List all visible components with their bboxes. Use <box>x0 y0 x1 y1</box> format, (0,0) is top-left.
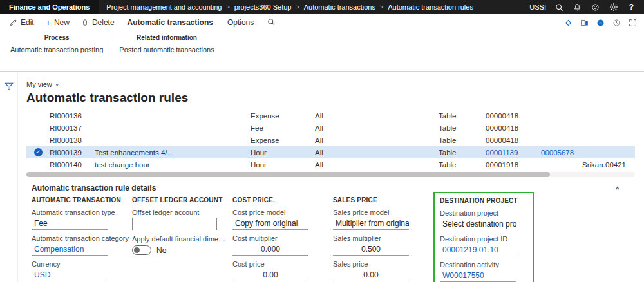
cell-number-2: 00005678 <box>541 149 582 156</box>
automatic-transaction-type-field[interactable]: Fee <box>32 218 108 230</box>
cell-category: All <box>315 149 439 156</box>
messages-icon[interactable] <box>595 17 605 28</box>
field: Cost price model Copy from original <box>232 209 328 230</box>
cell-price-type: Table <box>439 161 486 169</box>
horizontal-scrollbar <box>26 172 635 177</box>
apply-dimensions-toggle[interactable] <box>132 245 151 255</box>
group-related-information: Related information Posted automatic tra… <box>111 31 222 71</box>
group-destination-project: DESTINATION PROJECT Destination project … <box>433 192 534 282</box>
field-label: Automatic transaction category <box>32 234 127 242</box>
view-selector[interactable]: My view ∨ <box>26 80 71 88</box>
field-label: Offset ledger account <box>132 209 227 216</box>
cell-number-1: 00000418 <box>486 112 541 120</box>
field: Destination project ID 00001219.01.10 <box>440 235 527 256</box>
edit-button[interactable]: Edit <box>4 14 40 31</box>
field: Currency USD <box>32 260 127 281</box>
app-addins-icon[interactable] <box>563 17 573 28</box>
expand-icon[interactable] <box>627 17 638 28</box>
cost-price-model-field[interactable]: Copy from original <box>232 218 308 230</box>
breadcrumb: Project management and accounting > proj… <box>106 3 473 11</box>
destination-project-id-field[interactable]: 00001219.01.10 <box>440 244 516 256</box>
main-content: My view ∨ Automatic transaction rules ✓ … <box>19 73 644 282</box>
table-row[interactable]: ✓ RI000137 Fee All Table 00000418 <box>26 122 635 134</box>
help-icon[interactable]: ? <box>627 3 636 12</box>
currency-field[interactable]: USD <box>32 269 108 281</box>
tab-options[interactable]: Options <box>220 18 261 27</box>
field: Sales price 0.00 <box>333 260 428 281</box>
cell-price-type: Table <box>439 124 486 132</box>
details-section-header[interactable]: Automatic transaction rule details ∧ <box>26 180 635 195</box>
field-label: Destination project ID <box>440 235 527 243</box>
cell-transaction-type: Fee <box>251 124 315 132</box>
table-row[interactable]: ✓ RI000140 test change hour Hour All Tab… <box>26 158 635 171</box>
search-icon[interactable] <box>554 3 564 12</box>
field-label: Sales price <box>333 260 428 268</box>
action-pane: Edit + New Delete Automatic transactions… <box>0 14 644 72</box>
automatic-transaction-posting-button[interactable]: Automatic transaction posting <box>10 46 103 53</box>
field-label: Apply default financial dimens... <box>132 235 226 243</box>
cell-rule-id: RI000140 <box>50 161 95 169</box>
offset-ledger-account-input[interactable] <box>132 218 217 230</box>
collapse-section-icon[interactable]: ∧ <box>615 185 620 191</box>
field: Cost price 0.00 <box>232 260 328 281</box>
field-label: Cost price model <box>232 209 328 216</box>
breadcrumb-item[interactable]: Project management and accounting <box>106 3 222 11</box>
table-row[interactable]: ✓ RI000138 Expense All Table 00000418 <box>26 134 635 146</box>
feedback-smiley-icon[interactable] <box>591 3 600 12</box>
field: Offset ledger account <box>132 209 227 230</box>
sales-price-field[interactable]: 0.00 <box>333 269 409 281</box>
breadcrumb-item[interactable]: Automatic transaction rules <box>388 3 473 11</box>
app-name[interactable]: Finance and Operations <box>0 0 99 14</box>
table-row[interactable]: ✓ RI000136 Expense All Table 00000418 <box>26 109 635 122</box>
cost-multiplier-field[interactable]: 0.000 <box>232 243 308 256</box>
cell-transaction-type: Hour <box>251 161 315 169</box>
cell-rule-id: RI000137 <box>50 124 95 132</box>
chevron-right-icon: > <box>380 4 383 10</box>
page-title: Automatic transaction rules <box>26 91 635 105</box>
open-in-office-icon[interactable] <box>579 17 589 28</box>
group-title: OFFSET LEDGER ACCOUNT <box>132 196 227 203</box>
notifications-bell-icon[interactable] <box>573 3 582 12</box>
breadcrumb-item[interactable]: Automatic transactions <box>304 3 375 11</box>
destination-project-field[interactable]: Select destination project <box>440 218 516 230</box>
horizontal-scrollbar-thumb[interactable] <box>26 172 550 177</box>
action-pane-toolbar: Edit + New Delete Automatic transactions… <box>0 14 644 31</box>
trash-icon <box>81 19 89 26</box>
settings-gear-icon[interactable] <box>609 3 618 12</box>
tab-automatic-transactions[interactable]: Automatic transactions <box>120 18 220 27</box>
cell-price-type: Table <box>439 112 486 120</box>
automatic-transaction-category-field[interactable]: Compensation <box>32 243 108 256</box>
field-label: Cost price <box>232 260 328 268</box>
sales-price-model-field[interactable]: Multiplier from original <box>333 218 409 230</box>
rules-grid: ✓ RI000136 Expense All Table 00000418 ✓ … <box>26 109 635 171</box>
destination-activity-field[interactable]: W00017550 <box>440 270 516 282</box>
group-title: COST PRICE. <box>232 196 328 203</box>
toggle-state-label: No <box>156 246 166 255</box>
new-button[interactable]: + New <box>40 14 75 31</box>
field-label: Automatic transaction type <box>32 209 127 216</box>
group-title: AUTOMATIC TRANSACTION <box>32 196 127 203</box>
cost-price-field[interactable]: 0.00 <box>232 269 308 281</box>
table-row[interactable]: ✓ RI000139 Test enhancements 4/... Hour … <box>26 146 635 158</box>
environment-button[interactable]: USSI <box>529 3 546 11</box>
breadcrumb-item[interactable]: projects360 Setup <box>234 3 292 11</box>
action-search-icon[interactable] <box>261 18 281 28</box>
field: Automatic transaction type Fee <box>32 209 127 230</box>
cell-number-1: 00000418 <box>486 124 541 132</box>
cell-extra: 00421 <box>605 161 635 169</box>
topbar-actions: USSI ? <box>529 3 644 12</box>
cell-worker: Srikan... <box>582 161 605 169</box>
cell-category: All <box>315 124 439 132</box>
top-navigation-bar: Finance and Operations Project managemen… <box>0 0 644 14</box>
history-clock-icon[interactable] <box>611 17 621 28</box>
sales-multiplier-field[interactable]: 0.500 <box>333 243 409 256</box>
field-label: Destination activity <box>440 261 527 268</box>
group-process: Process Automatic transaction posting <box>3 31 111 71</box>
field-label: Currency <box>32 260 127 268</box>
row-select-gutter[interactable]: ✓ <box>26 148 50 156</box>
posted-automatic-transactions-button[interactable]: Posted automatic transactions <box>119 46 214 53</box>
delete-button[interactable]: Delete <box>75 14 120 31</box>
toggle-knob <box>134 247 140 253</box>
filter-funnel-icon[interactable] <box>5 82 14 282</box>
cell-description: test change hour <box>95 161 251 169</box>
